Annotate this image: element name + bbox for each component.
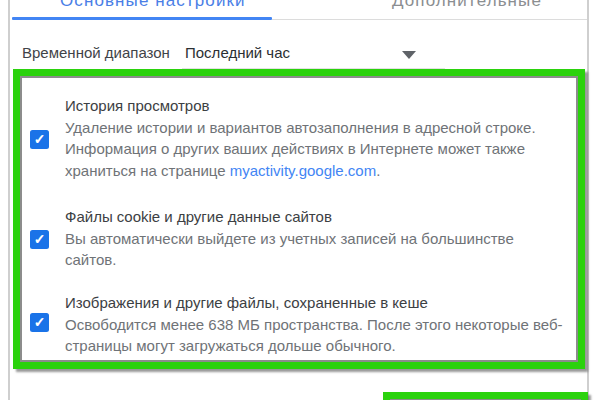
description-text: храниться на странице [65, 162, 230, 179]
section-cached-files: Изображения и другие файлы, сохраненные … [65, 292, 565, 357]
checkbox-cookies[interactable]: ✓ [30, 230, 49, 249]
active-tab-underline [12, 17, 272, 20]
time-range-select[interactable]: Последний час [182, 40, 445, 69]
time-range-label: Временной диапазон [22, 44, 170, 61]
section-description-line: Информация о других ваших действиях в Ин… [65, 138, 565, 160]
myactivity-link[interactable]: myactivity.google.com [230, 162, 376, 179]
time-range-value: Последний час [185, 44, 290, 61]
clear-browsing-data-dialog: { "tabs": { "basic_label": "Основные нас… [0, 0, 600, 400]
checkbox-browsing-history[interactable]: ✓ [30, 130, 49, 149]
section-title: Изображения и другие файлы, сохраненные … [65, 292, 565, 314]
section-description-line: сайтов. [65, 249, 565, 271]
section-description-line: храниться на странице myactivity.google.… [65, 160, 565, 182]
chevron-down-icon [402, 51, 416, 59]
section-cookies: Файлы cookie и другие данные сайтов Вы а… [65, 206, 565, 271]
section-browsing-history: История просмотров Удаление истории и ва… [65, 95, 565, 181]
dialog-left-edge [8, 0, 10, 400]
description-text: . [376, 162, 380, 179]
section-description-line: Удаление истории и вариантов автозаполне… [65, 117, 565, 139]
section-description-line: Освободится менее 638 МБ пространства. П… [65, 314, 565, 336]
tab-basic-settings[interactable]: Основные настройки [60, 0, 246, 11]
tab-advanced[interactable]: Дополнительные [392, 0, 542, 11]
dialog-right-edge [587, 0, 589, 400]
checkbox-cached-files[interactable]: ✓ [30, 313, 49, 332]
section-description-line: Вы автоматически выйдете из учетных запи… [65, 228, 565, 250]
section-title: История просмотров [65, 95, 565, 117]
tab-strip-divider [272, 19, 587, 20]
section-title: Файлы cookie и другие данные сайтов [65, 206, 565, 228]
section-description-line: страницы могут загружаться дольше обычно… [65, 335, 565, 357]
annotation-box-clear-button [383, 392, 588, 400]
